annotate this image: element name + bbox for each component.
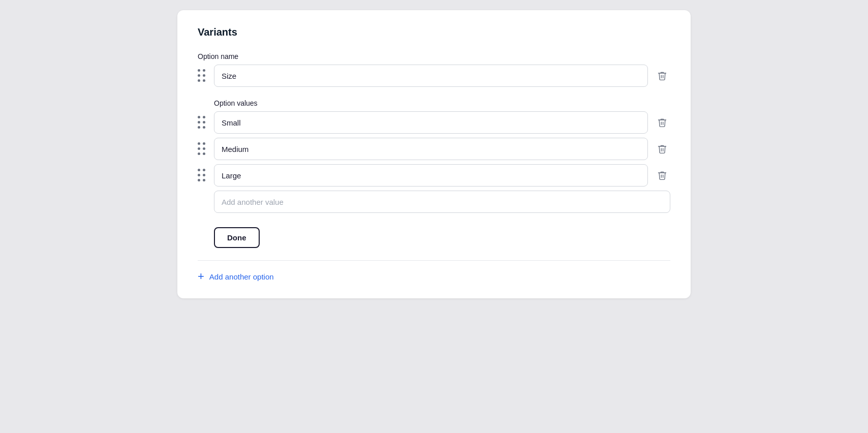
- option-name-input[interactable]: [214, 65, 648, 87]
- plus-icon: +: [198, 271, 204, 282]
- drag-handle-large[interactable]: [198, 169, 208, 182]
- trash-icon: [657, 70, 667, 81]
- drag-handle-medium[interactable]: [198, 142, 208, 156]
- value-input-small[interactable]: [214, 111, 648, 134]
- add-another-option-row[interactable]: + Add another option: [198, 271, 670, 282]
- delete-value-small-button[interactable]: [654, 114, 670, 131]
- option-values-label: Option values: [214, 99, 670, 107]
- value-row-large: [198, 164, 670, 187]
- trash-icon: [657, 170, 667, 181]
- value-row-medium: [198, 138, 670, 160]
- value-input-large[interactable]: [214, 164, 648, 187]
- option-name-label: Option name: [198, 52, 670, 60]
- value-row-small: [198, 111, 670, 134]
- delete-value-medium-button[interactable]: [654, 140, 670, 158]
- done-button[interactable]: Done: [214, 227, 260, 248]
- option-name-row: [198, 65, 670, 87]
- variants-card: Variants Option name: [177, 10, 691, 298]
- drag-handle-small[interactable]: [198, 116, 208, 129]
- trash-icon: [657, 117, 667, 128]
- option-name-block: Option name: [198, 52, 670, 87]
- add-value-input[interactable]: [214, 191, 670, 213]
- add-value-row: [198, 191, 670, 213]
- page-wrapper: Variants Option name: [0, 0, 868, 433]
- trash-icon: [657, 143, 667, 154]
- done-button-wrapper: Done: [198, 217, 670, 248]
- add-another-option-label: Add another option: [209, 272, 274, 281]
- option-values-block: Option values: [198, 99, 670, 248]
- drag-handle-option[interactable]: [198, 69, 208, 82]
- section-title: Variants: [198, 26, 670, 38]
- value-input-medium[interactable]: [214, 138, 648, 160]
- delete-value-large-button[interactable]: [654, 167, 670, 184]
- delete-option-button[interactable]: [654, 67, 670, 84]
- section-divider: [198, 260, 670, 261]
